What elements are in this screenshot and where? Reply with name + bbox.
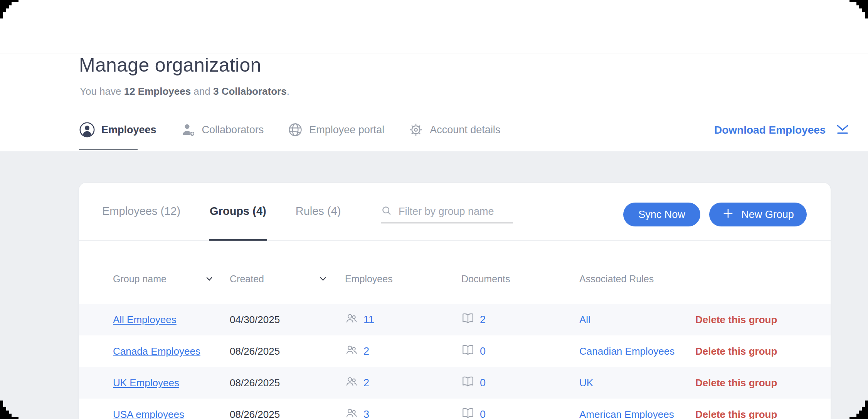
book-icon — [461, 344, 474, 359]
employees-count-link[interactable]: 2 — [363, 345, 369, 357]
created-cell: 08/26/2025 — [230, 377, 345, 389]
column-associated-rules: Associated Rules — [579, 273, 695, 285]
people-icon — [345, 407, 358, 419]
nav-tab-employee-portal[interactable]: Employee portal — [288, 122, 384, 137]
employees-cell: 11 — [345, 312, 461, 328]
documents-cell: 0 — [461, 375, 579, 391]
people-icon — [345, 312, 358, 328]
group-name-link[interactable]: Canada Employees — [113, 345, 200, 357]
nav-tab-employees-label: Employees — [101, 124, 156, 136]
group-name-link[interactable]: UK Employees — [113, 377, 179, 389]
groups-card: Employees (12) Groups (4) Rules (4) Sync… — [79, 183, 831, 419]
documents-cell: 2 — [461, 312, 579, 328]
person-circle-icon — [79, 122, 95, 138]
delete-group-link[interactable]: Delete this group — [695, 377, 831, 389]
table-row: UK Employees 08/26/2025 2 0 — [79, 367, 831, 399]
group-name-cell: UK Employees — [113, 377, 230, 389]
nav-tab-collaborators-label: Collaborators — [202, 124, 264, 136]
subtitle-prefix: You have — [80, 85, 124, 97]
group-name-cell: Canada Employees — [113, 345, 230, 357]
documents-count-link[interactable]: 0 — [480, 409, 486, 419]
download-employees-button[interactable]: Download Employees — [714, 122, 849, 137]
table-row: Canada Employees 08/26/2025 2 0 — [79, 335, 831, 367]
employees-count-link[interactable]: 11 — [363, 314, 374, 326]
column-created-label: Created — [230, 273, 264, 285]
nav-tab-employees[interactable]: Employees — [79, 122, 156, 138]
sort-created-icon[interactable] — [319, 275, 327, 283]
active-tab-underline — [79, 149, 138, 150]
subtitle-collaborator-count: 3 Collaborators — [213, 85, 287, 97]
subtitle-middle: and — [191, 85, 213, 97]
new-group-button[interactable]: New Group — [709, 203, 807, 226]
book-icon — [461, 407, 474, 419]
search-icon — [381, 205, 392, 218]
table-row: USA employees 08/26/2025 3 0 — [79, 399, 831, 419]
plus-icon — [722, 207, 734, 222]
employees-count-link[interactable]: 2 — [363, 377, 369, 389]
group-name-link[interactable]: All Employees — [113, 314, 177, 325]
table-row: All Employees 04/30/2025 11 2 — [79, 304, 831, 335]
delete-group-link[interactable]: Delete this group — [695, 345, 831, 357]
documents-cell: 0 — [461, 407, 579, 419]
top-section: Manage organization You have 12 Employee… — [0, 0, 868, 151]
tab-employees-12[interactable]: Employees (12) — [101, 183, 181, 241]
book-icon — [461, 312, 474, 328]
people-icon — [345, 344, 358, 359]
card-tabs: Employees (12) Groups (4) Rules (4) — [101, 183, 341, 241]
delete-group-link[interactable]: Delete this group — [695, 409, 831, 419]
group-name-link[interactable]: USA employees — [113, 409, 184, 419]
sync-now-label: Sync Now — [638, 209, 685, 221]
search-input[interactable] — [399, 206, 513, 218]
associated-rule-link[interactable]: American Employees — [579, 409, 695, 419]
column-documents: Documents — [461, 273, 579, 285]
documents-cell: 0 — [461, 344, 579, 359]
created-cell: 08/26/2025 — [230, 409, 345, 419]
documents-count-link[interactable]: 0 — [480, 377, 486, 389]
created-cell: 04/30/2025 — [230, 314, 345, 326]
column-employees-label: Employees — [345, 273, 393, 285]
gear-icon — [408, 122, 424, 137]
download-chevron-icon — [836, 122, 849, 137]
associated-rule-link[interactable]: UK — [579, 377, 695, 389]
employees-cell: 2 — [345, 375, 461, 391]
column-group-name: Group name — [113, 273, 230, 285]
table-body: All Employees 04/30/2025 11 2 — [79, 304, 831, 419]
page-subtitle: You have 12 Employees and 3 Collaborator… — [80, 85, 289, 97]
page-title: Manage organization — [79, 54, 261, 76]
group-filter-search[interactable] — [381, 205, 513, 223]
main-section: Employees (12) Groups (4) Rules (4) Sync… — [0, 151, 868, 419]
subtitle-employee-count: 12 Employees — [124, 85, 191, 97]
created-cell: 08/26/2025 — [230, 345, 345, 357]
nav-tab-account-details[interactable]: Account details — [408, 122, 500, 137]
documents-count-link[interactable]: 0 — [480, 345, 486, 357]
associated-rule-link[interactable]: Canadian Employees — [579, 345, 695, 357]
nav-tab-collaborators[interactable]: Collaborators — [180, 122, 264, 137]
group-name-cell: All Employees — [113, 314, 230, 326]
employees-cell: 3 — [345, 407, 461, 419]
column-associated-rules-label: Associated Rules — [579, 273, 654, 285]
column-documents-label: Documents — [461, 273, 510, 285]
documents-count-link[interactable]: 2 — [480, 314, 486, 326]
card-header: Employees (12) Groups (4) Rules (4) Sync… — [79, 183, 831, 241]
tab-groups-4[interactable]: Groups (4) — [209, 183, 267, 241]
sync-now-button[interactable]: Sync Now — [623, 203, 700, 226]
person-add-icon — [180, 122, 196, 137]
tab-rules-4[interactable]: Rules (4) — [295, 183, 342, 241]
delete-group-link[interactable]: Delete this group — [695, 314, 831, 326]
employees-count-link[interactable]: 3 — [363, 409, 369, 419]
column-created: Created — [230, 273, 345, 285]
new-group-label: New Group — [741, 209, 794, 221]
sort-group-name-icon[interactable] — [205, 275, 214, 283]
nav-tab-employee-portal-label: Employee portal — [309, 124, 384, 136]
org-nav-tabs: Employees Collaborators — [79, 117, 500, 142]
table-header: Group name Created Employees Documents A… — [79, 241, 831, 304]
globe-cursor-icon — [288, 122, 303, 137]
nav-tab-account-details-label: Account details — [430, 124, 500, 136]
employees-cell: 2 — [345, 344, 461, 359]
column-employees: Employees — [345, 273, 461, 285]
subtitle-suffix: . — [287, 85, 289, 97]
column-group-name-label: Group name — [113, 273, 167, 285]
associated-rule-link[interactable]: All — [579, 314, 695, 326]
book-icon — [461, 375, 474, 391]
people-icon — [345, 375, 358, 391]
